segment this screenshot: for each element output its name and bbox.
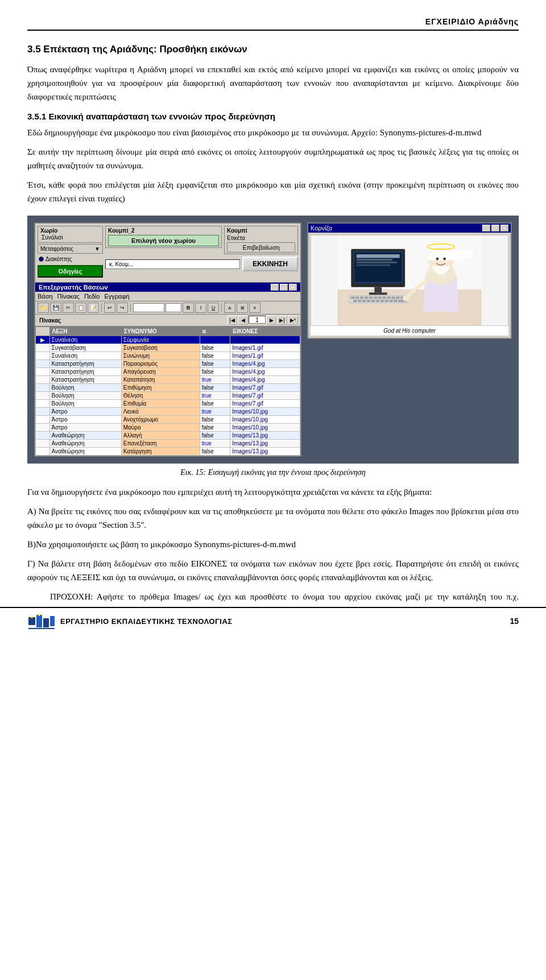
table-row[interactable]: ΆστροΜαύροfalseImages/10.jpg bbox=[36, 424, 300, 432]
toolbar-grid[interactable]: ≡ bbox=[249, 303, 260, 313]
table-row[interactable]: ΑναθεώρησηΚατάργησηfalseImages/13.jpg bbox=[36, 448, 300, 456]
cell-a: false bbox=[200, 432, 230, 440]
post-para-1: Για να δημιουργήσετε ένα μικρόκοσμο που … bbox=[27, 485, 519, 499]
cell-a: true bbox=[200, 336, 230, 344]
nav-first[interactable]: |◀ bbox=[227, 316, 237, 325]
svg-rect-21 bbox=[387, 297, 391, 299]
table-row[interactable]: ΣυναίνεσηΣυνώνυμηfalseImages/1.gif bbox=[36, 352, 300, 360]
cell-synonymo: Κατάργηση bbox=[121, 448, 200, 456]
table-row[interactable]: ΑναθεώρησηΕπανεξέτασηtrueImages/13.jpg bbox=[36, 440, 300, 448]
body-para-1: Εδώ δημιουργήσαμε ένα μικρόκοσμο που είν… bbox=[27, 126, 519, 139]
cell-synonymo: Θέληση bbox=[121, 392, 200, 400]
db-title-text: Επεξεργαστής Βάσεων bbox=[39, 284, 108, 291]
col-header-eik: ΕΙΚΟΝΕΣ bbox=[230, 327, 300, 336]
menu-pedio[interactable]: Πεδίο bbox=[84, 293, 100, 300]
toolbar-btn-2[interactable]: 💾 bbox=[50, 303, 61, 313]
cell-lexi: Καταστρατήγηση bbox=[49, 376, 121, 384]
svg-rect-31 bbox=[380, 300, 384, 302]
table-row[interactable]: ΚαταστρατήγησηΠαραορισμόςfalseImages/4.j… bbox=[36, 360, 300, 368]
toolbar-table[interactable]: ⊞ bbox=[237, 303, 248, 313]
koum-label: κ. Κουμ... bbox=[105, 259, 240, 269]
cell-eikones: Images/4.jpg bbox=[230, 360, 300, 368]
table-row[interactable]: ΒούλησηΕπιθυμίαfalseImages/7.gif bbox=[36, 400, 300, 408]
window-controls: _ □ × bbox=[271, 284, 297, 291]
odigies-button[interactable]: Οδηγίες bbox=[38, 265, 103, 278]
table-row[interactable]: ΑναθεώρησηΑλλαγήfalseImages/13.jpg bbox=[36, 432, 300, 440]
post-para-a: Α) Να βρείτε τις εικόνες που σας ενδιαφέ… bbox=[27, 505, 519, 532]
korniza-max[interactable]: □ bbox=[491, 225, 499, 231]
cell-lexi: Συναίνεση bbox=[49, 336, 121, 344]
svg-point-43 bbox=[458, 249, 474, 258]
cell-synonymo: Απαγόρευση bbox=[121, 368, 200, 376]
svg-rect-45 bbox=[28, 617, 35, 625]
diakoptes-label: Διακόπτης bbox=[46, 256, 72, 262]
maximize-button[interactable]: □ bbox=[280, 284, 288, 291]
close-button[interactable]: × bbox=[289, 284, 297, 291]
svg-point-38 bbox=[436, 258, 439, 260]
svg-rect-32 bbox=[385, 300, 388, 302]
cell-eikones: Images/10.jpg bbox=[230, 408, 300, 416]
toolbar-btn-4[interactable]: 📋 bbox=[75, 303, 86, 313]
toolbar-color[interactable]: A bbox=[224, 303, 235, 313]
nav-next[interactable]: ▶ bbox=[266, 316, 276, 325]
svg-rect-46 bbox=[36, 615, 42, 627]
cell-eikones: Images/7.gif bbox=[230, 400, 300, 408]
table-row[interactable]: ▶ΣυναίνεσηΣύμφωνίαtrueImages/1.gif bbox=[36, 336, 300, 344]
toolbar-btn-5[interactable]: 📝 bbox=[88, 303, 99, 313]
bold-button[interactable]: B bbox=[183, 303, 194, 313]
cell-a: true bbox=[200, 440, 230, 448]
svg-rect-25 bbox=[353, 300, 357, 302]
svg-point-40 bbox=[403, 295, 409, 301]
post-para-g: Γ) Να βάλετε στη βάση δεδομένων στο πεδί… bbox=[27, 557, 519, 584]
cell-synonymo: Συνώνυμη bbox=[121, 352, 200, 360]
table-row[interactable]: ΆστροΛευκόtrueImages/10.jpg bbox=[36, 408, 300, 416]
font-select[interactable]: Tahoma bbox=[133, 303, 164, 312]
table-row[interactable]: ΣυγκατάβασηΣυγκατάβασηfalseImages/1.gif bbox=[36, 344, 300, 352]
svg-rect-5 bbox=[357, 254, 400, 258]
table-row[interactable]: ΒούλησηΘέλησηtrueImages/7.gif bbox=[36, 392, 300, 400]
italic-button[interactable]: I bbox=[195, 303, 206, 313]
subsection-heading: 3.5.1 Εικονική αναπαράσταση των εννοιών … bbox=[27, 111, 519, 121]
toolbar-btn-7[interactable]: ↪ bbox=[117, 303, 128, 313]
cell-lexi: Αναθεώρηση bbox=[49, 440, 121, 448]
cell-eikones: Images/1.gif bbox=[230, 352, 300, 360]
page-header: ΕΓΧΕΙΡΙΔΙΟ Αριάδνης bbox=[27, 17, 519, 31]
cell-eikones: Images/4.jpg bbox=[230, 368, 300, 376]
toolbar-btn-1[interactable]: 📁 bbox=[38, 303, 49, 313]
etiketa-label: Ετικέτα bbox=[227, 235, 245, 241]
toolbar-separator-1 bbox=[101, 303, 102, 312]
korniza-min[interactable]: _ bbox=[482, 225, 490, 231]
cell-a: true bbox=[200, 392, 230, 400]
epilogi-button[interactable]: Επιλογή νέου χωρίου bbox=[108, 235, 219, 246]
toolbar-btn-3[interactable]: ✂ bbox=[63, 303, 74, 313]
underline-button[interactable]: U bbox=[208, 303, 219, 313]
svg-rect-9 bbox=[374, 287, 382, 292]
nav-new[interactable]: ▶* bbox=[288, 316, 298, 325]
db-title-bar: Επεξεργαστής Βάσεων _ □ × bbox=[35, 283, 300, 292]
ekkinhsh-button[interactable]: ΕΚΚΙΝΗΣΗ bbox=[242, 257, 298, 271]
menu-pinakas[interactable]: Πίνακας bbox=[57, 293, 80, 300]
table-row[interactable]: ΚαταστρατήγησηΚαταπάτησηtrueImages/4.jpg bbox=[36, 376, 300, 384]
font-size[interactable]: 11 bbox=[166, 303, 181, 312]
cell-synonymo: Ανοχτόχρωμο bbox=[121, 416, 200, 424]
footer-logo bbox=[27, 613, 56, 630]
footer-text: ΕΡΓΑΣΤΗΡΙΟ ΕΚΠΑΙΔΕΥΤΙΚΗΣ ΤΕΧΝΟΛΟΓΙΑΣ bbox=[60, 617, 233, 626]
toolbar-separator-2 bbox=[130, 303, 131, 312]
table-row[interactable]: ΚαταστρατήγησηΑπαγόρευσηfalseImages/4.jp… bbox=[36, 368, 300, 376]
korniza-title-text: Κορνίζα bbox=[311, 225, 332, 231]
nav-prev[interactable]: ◀ bbox=[238, 316, 248, 325]
cell-lexi: Καταστρατήγηση bbox=[49, 360, 121, 368]
minimize-button[interactable]: _ bbox=[271, 284, 279, 291]
nav-last[interactable]: ▶| bbox=[277, 316, 287, 325]
body-para-3: Έτσι, κάθε φορά που επιλέγεται μία λέξη … bbox=[27, 178, 519, 205]
toolbar-btn-6[interactable]: ↩ bbox=[104, 303, 115, 313]
table-row[interactable]: ΒούλησηΕπιθύμησηfalseImages/7.gif bbox=[36, 384, 300, 392]
cell-synonymo: Αλλαγή bbox=[121, 432, 200, 440]
header-title: ΕΓΧΕΙΡΙΔΙΟ Αριάδνης bbox=[425, 17, 519, 26]
radio-button[interactable] bbox=[39, 257, 44, 262]
korniza-close[interactable]: × bbox=[500, 225, 508, 231]
epivevaosi-button[interactable]: Επιβεβαίωση bbox=[227, 242, 295, 253]
menu-engrafh[interactable]: Εγγραφή bbox=[104, 293, 129, 300]
table-row[interactable]: ΆστροΑνοχτόχρωμοfalseImages/10.jpg bbox=[36, 416, 300, 424]
menu-vasi[interactable]: Βάση bbox=[38, 293, 53, 300]
